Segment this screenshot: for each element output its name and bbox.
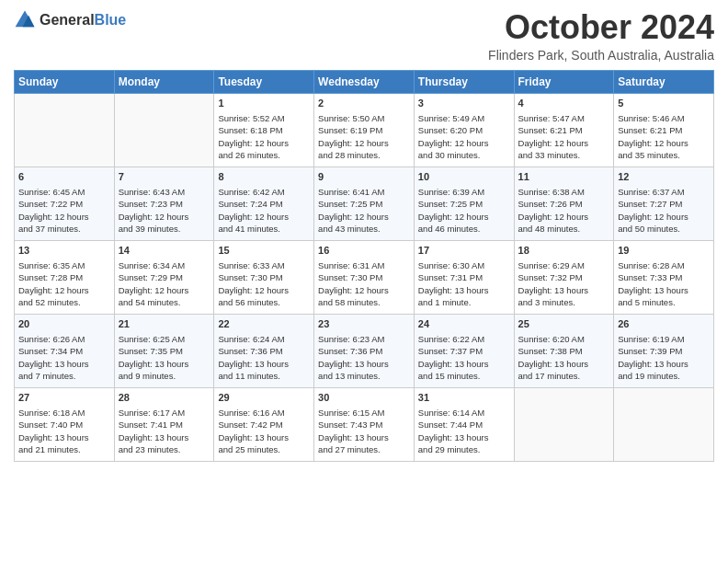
day-content-line: and 35 minutes.: [618, 149, 710, 161]
table-row: 1Sunrise: 5:52 AMSunset: 6:18 PMDaylight…: [214, 93, 314, 167]
day-content-line: Sunrise: 6:26 AM: [18, 333, 110, 345]
table-row: 3Sunrise: 5:49 AMSunset: 6:20 PMDaylight…: [414, 93, 514, 167]
day-number: 15: [218, 244, 310, 258]
day-content-line: Daylight: 13 hours: [418, 358, 510, 370]
table-row: 23Sunrise: 6:23 AMSunset: 7:36 PMDayligh…: [314, 314, 415, 387]
table-row: 29Sunrise: 6:16 AMSunset: 7:42 PMDayligh…: [214, 387, 314, 461]
day-content-line: and 50 minutes.: [618, 223, 710, 235]
day-content-line: Sunrise: 6:15 AM: [318, 407, 410, 419]
day-content-line: Sunset: 7:26 PM: [518, 198, 610, 210]
day-content-line: Sunrise: 5:50 AM: [318, 112, 410, 124]
day-content-line: Sunset: 7:32 PM: [518, 271, 610, 283]
col-sunday: Sunday: [15, 70, 115, 93]
day-content-line: Sunrise: 6:20 AM: [518, 333, 610, 345]
day-content-line: Sunrise: 6:29 AM: [518, 259, 610, 271]
day-content-line: and 33 minutes.: [518, 149, 610, 161]
day-content-line: and 56 minutes.: [218, 296, 310, 308]
day-number: 17: [418, 244, 510, 258]
day-number: 23: [318, 317, 410, 331]
day-content-line: Sunset: 7:24 PM: [218, 198, 310, 210]
table-row: [514, 387, 614, 461]
calendar-week-row: 13Sunrise: 6:35 AMSunset: 7:28 PMDayligh…: [15, 240, 714, 314]
day-content-line: Sunset: 7:27 PM: [618, 198, 710, 210]
day-number: 27: [18, 391, 110, 405]
day-content-line: and 7 minutes.: [18, 370, 110, 382]
day-content-line: Daylight: 13 hours: [418, 284, 510, 296]
day-content-line: Daylight: 13 hours: [18, 358, 110, 370]
table-row: 24Sunrise: 6:22 AMSunset: 7:37 PMDayligh…: [414, 314, 514, 387]
day-content-line: Sunset: 7:33 PM: [618, 271, 710, 283]
col-wednesday: Wednesday: [314, 70, 415, 93]
day-content-line: Sunset: 7:31 PM: [418, 271, 510, 283]
day-content-line: Daylight: 12 hours: [119, 284, 210, 296]
day-content-line: Daylight: 13 hours: [318, 431, 410, 443]
day-content-line: Daylight: 13 hours: [119, 431, 210, 443]
calendar-header-row: Sunday Monday Tuesday Wednesday Thursday…: [15, 70, 714, 93]
day-content-line: and 19 minutes.: [618, 370, 710, 382]
calendar-week-row: 27Sunrise: 6:18 AMSunset: 7:40 PMDayligh…: [15, 387, 714, 461]
day-content-line: Daylight: 12 hours: [518, 211, 610, 223]
table-row: 18Sunrise: 6:29 AMSunset: 7:32 PMDayligh…: [514, 240, 614, 314]
day-content-line: Sunset: 7:23 PM: [119, 198, 210, 210]
table-row: 30Sunrise: 6:15 AMSunset: 7:43 PMDayligh…: [314, 387, 415, 461]
col-friday: Friday: [514, 70, 614, 93]
day-number: 7: [119, 170, 210, 184]
day-number: 21: [119, 317, 210, 331]
day-content-line: Daylight: 13 hours: [618, 284, 710, 296]
day-content-line: Sunrise: 6:25 AM: [119, 333, 210, 345]
day-content-line: and 46 minutes.: [418, 223, 510, 235]
day-content-line: Sunset: 7:38 PM: [518, 345, 610, 357]
day-content-line: Daylight: 12 hours: [218, 137, 310, 149]
day-content-line: Sunset: 7:43 PM: [318, 419, 410, 431]
day-number: 8: [218, 170, 310, 184]
day-number: 9: [318, 170, 410, 184]
table-row: 19Sunrise: 6:28 AMSunset: 7:33 PMDayligh…: [614, 240, 714, 314]
day-content-line: and 52 minutes.: [18, 296, 110, 308]
day-content-line: Daylight: 12 hours: [218, 284, 310, 296]
day-content-line: and 58 minutes.: [318, 296, 410, 308]
day-content-line: Sunrise: 6:19 AM: [618, 333, 710, 345]
day-number: 29: [218, 391, 310, 405]
day-content-line: Sunset: 6:19 PM: [318, 124, 410, 136]
day-content-line: and 23 minutes.: [119, 443, 210, 455]
day-number: 22: [218, 317, 310, 331]
day-content-line: Sunset: 7:42 PM: [218, 419, 310, 431]
day-content-line: Sunrise: 5:52 AM: [218, 112, 310, 124]
day-content-line: and 26 minutes.: [218, 149, 310, 161]
day-content-line: Sunset: 6:21 PM: [618, 124, 710, 136]
day-number: 16: [318, 244, 410, 258]
day-content-line: Sunrise: 6:24 AM: [218, 333, 310, 345]
day-number: 18: [518, 244, 610, 258]
day-number: 28: [119, 391, 210, 405]
table-row: 28Sunrise: 6:17 AMSunset: 7:41 PMDayligh…: [114, 387, 214, 461]
day-content-line: Sunrise: 6:41 AM: [318, 186, 410, 198]
day-number: 14: [119, 244, 210, 258]
calendar-table: Sunday Monday Tuesday Wednesday Thursday…: [14, 70, 714, 462]
day-content-line: and 5 minutes.: [618, 296, 710, 308]
logo: GeneralBlue: [14, 9, 126, 31]
table-row: 20Sunrise: 6:26 AMSunset: 7:34 PMDayligh…: [15, 314, 115, 387]
day-content-line: Sunset: 7:44 PM: [418, 419, 510, 431]
location-title: Flinders Park, South Australia, Australi…: [488, 48, 714, 63]
day-content-line: Sunset: 6:18 PM: [218, 124, 310, 136]
day-number: 24: [418, 317, 510, 331]
page: GeneralBlue October 2024 Flinders Park, …: [0, 0, 728, 563]
day-content-line: Sunrise: 6:23 AM: [318, 333, 410, 345]
day-content-line: Sunset: 7:25 PM: [418, 198, 510, 210]
calendar-week-row: 6Sunrise: 6:45 AMSunset: 7:22 PMDaylight…: [15, 167, 714, 240]
day-content-line: Daylight: 12 hours: [318, 211, 410, 223]
day-number: 1: [218, 97, 310, 110]
day-content-line: Sunset: 6:21 PM: [518, 124, 610, 136]
day-number: 11: [518, 170, 610, 184]
day-content-line: Daylight: 12 hours: [418, 211, 510, 223]
table-row: 12Sunrise: 6:37 AMSunset: 7:27 PMDayligh…: [614, 167, 714, 240]
day-content-line: Sunset: 7:25 PM: [318, 198, 410, 210]
day-content-line: Daylight: 13 hours: [119, 358, 210, 370]
day-number: 10: [418, 170, 510, 184]
day-content-line: Sunrise: 5:46 AM: [618, 112, 710, 124]
day-content-line: and 54 minutes.: [119, 296, 210, 308]
logo-icon: [14, 9, 36, 31]
day-content-line: Daylight: 12 hours: [119, 211, 210, 223]
day-content-line: and 25 minutes.: [218, 443, 310, 455]
day-content-line: Sunrise: 6:16 AM: [218, 407, 310, 419]
